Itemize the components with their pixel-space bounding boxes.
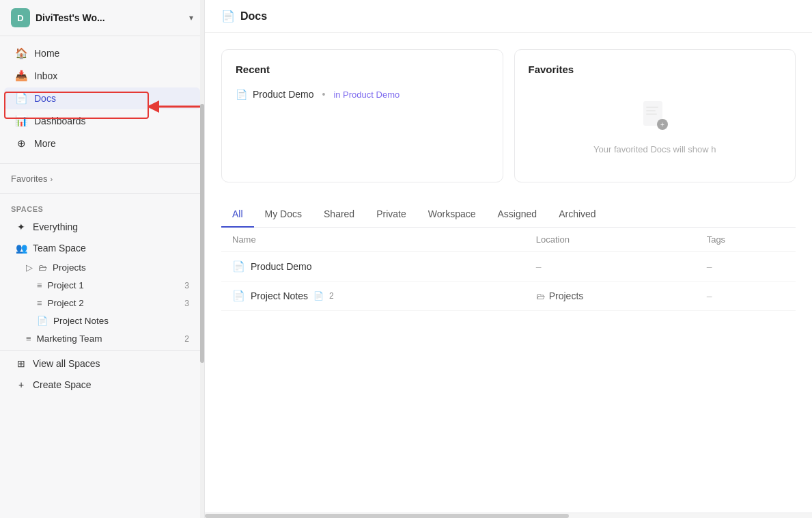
create-space-label: Create Space — [33, 379, 189, 390]
svg-rect-3 — [646, 107, 658, 108]
favorites-card: Favorites + Your favorited Docs — [514, 49, 796, 182]
recent-doc-icon: 📄 — [236, 89, 247, 100]
location-cell: 🗁 Projects — [536, 290, 685, 301]
sidebar-item-view-all-spaces[interactable]: ⊞ View all Spaces — [4, 353, 200, 374]
svg-rect-5 — [646, 113, 657, 115]
recent-item-product-demo[interactable]: 📄 Product Demo • in Product Demo — [236, 85, 489, 104]
doc-file-icon-2: 📄 — [232, 290, 245, 302]
main-content: 📄 Docs Recent 📄 Product Demo • in Produc… — [205, 0, 812, 518]
marketing-team-label: Marketing Team — [37, 333, 180, 344]
favorites-label[interactable]: Favorites › — [0, 169, 204, 188]
inbox-icon: 📥 — [15, 70, 27, 82]
tab-shared[interactable]: Shared — [313, 202, 365, 228]
doc-name-2: Project Notes — [251, 290, 308, 301]
chevron-down-icon: ▾ — [189, 13, 193, 23]
sub-doc-count: 2 — [329, 291, 334, 301]
sidebar-item-label: More — [34, 138, 56, 149]
horizontal-scrollbar[interactable] — [205, 513, 812, 518]
divider — [0, 163, 204, 164]
table-row[interactable]: 📄 Project Notes 📄 2 🗁 Projects – — [221, 282, 796, 311]
recent-card: Recent 📄 Product Demo • in Product Demo — [221, 49, 503, 182]
chevron-right-icon: › — [50, 175, 53, 183]
tab-archived[interactable]: Archived — [548, 202, 606, 228]
sidebar-item-label: Home — [34, 48, 59, 59]
col-location: Location — [525, 228, 696, 252]
tab-workspace[interactable]: Workspace — [417, 202, 487, 228]
sub-doc-icon: 📄 — [313, 291, 324, 301]
tab-private[interactable]: Private — [365, 202, 417, 228]
doc-name-cell: 📄 Product Demo — [232, 260, 514, 273]
folder-open-icon: ▷ — [26, 262, 33, 273]
project2-label: Project 2 — [48, 298, 180, 308]
tags-dash: – — [707, 261, 712, 272]
favorites-title: Favorites — [529, 64, 782, 75]
projects-label: Projects — [53, 262, 189, 273]
sidebar-item-dashboards[interactable]: 📊 Dashboards — [4, 110, 200, 132]
sidebar-item-everything[interactable]: ✦ Everything — [4, 217, 200, 237]
doc-name-cell-2: 📄 Project Notes 📄 2 — [232, 290, 514, 302]
divider-2 — [0, 193, 204, 194]
doc-icon: 📄 — [37, 316, 48, 326]
view-all-spaces-label: View all Spaces — [33, 358, 189, 369]
table-row[interactable]: 📄 Product Demo – – — [221, 252, 796, 282]
everything-label: Everything — [33, 221, 189, 232]
list-icon: ≡ — [37, 280, 42, 290]
col-name: Name — [221, 228, 525, 252]
sidebar-item-projects[interactable]: ▷ 🗁 Projects ··· + — [4, 259, 200, 276]
sidebar-item-marketing-team[interactable]: ≡ Marketing Team 2 — [4, 330, 200, 347]
sidebar-item-more[interactable]: ⊕ More — [4, 133, 200, 154]
sidebar-item-inbox[interactable]: 📥 Inbox — [4, 65, 200, 87]
plus-icon: + — [15, 379, 27, 391]
sidebar-item-label: Dashboards — [34, 115, 86, 126]
favorites-section: Favorites › — [0, 167, 204, 191]
page-icon: 📄 — [221, 10, 235, 23]
dashboards-icon: 📊 — [15, 115, 27, 127]
favorites-empty-text: Your favorited Docs will show h — [593, 144, 716, 154]
docs-table: Name Location Tags 📄 Product Demo – – — [221, 228, 796, 311]
sidebar-item-project2[interactable]: ≡ Project 2 3 — [4, 295, 200, 312]
team-space-label: Team Space — [33, 243, 189, 254]
tab-assigned[interactable]: Assigned — [487, 202, 548, 228]
tab-all[interactable]: All — [221, 202, 254, 228]
sidebar-item-docs[interactable]: 📄 Docs — [4, 87, 200, 109]
list-icon-2: ≡ — [37, 298, 42, 308]
spaces-section-label: Spaces — [0, 200, 204, 216]
doc-name: Product Demo — [251, 261, 311, 272]
location-dash: – — [536, 261, 542, 272]
project1-count: 3 — [184, 281, 189, 290]
folder-location-icon: 🗁 — [536, 291, 545, 301]
list-icon-3: ≡ — [26, 333, 31, 344]
project2-count: 3 — [184, 299, 189, 308]
svg-rect-4 — [646, 110, 656, 111]
marketing-team-count: 2 — [184, 334, 189, 344]
workspace-name: DiviTest's Wo... — [36, 12, 184, 23]
team-icon: 👥 — [15, 242, 27, 254]
more-icon: ⊕ — [15, 137, 27, 150]
doc-file-icon: 📄 — [232, 260, 245, 273]
recent-title: Recent — [236, 64, 489, 75]
sidebar-nav: 🏠 Home 📥 Inbox 📄 Docs 📊 Dashboards ⊕ Mor… — [0, 36, 204, 161]
scrollbar-track — [200, 0, 204, 518]
sidebar-item-label: Docs — [34, 93, 56, 104]
workspace-header[interactable]: D DiviTest's Wo... ▾ — [0, 0, 204, 36]
sidebar-item-create-space[interactable]: + Create Space — [4, 374, 200, 395]
recent-doc-name: Product Demo — [253, 89, 313, 100]
sidebar-item-team-space[interactable]: 👥 Team Space ··· + — [4, 238, 200, 258]
sidebar-item-project-notes[interactable]: 📄 Project Notes — [4, 312, 200, 329]
content-area: Recent 📄 Product Demo • in Product Demo … — [205, 33, 812, 513]
sidebar: D DiviTest's Wo... ▾ 🏠 Home 📥 Inbox 📄 Do… — [0, 0, 205, 518]
page-title: Docs — [240, 10, 267, 23]
docs-icon: 📄 — [15, 92, 27, 105]
top-bar: 📄 Docs — [205, 0, 812, 33]
docs-tabs: All My Docs Shared Private Workspace Ass… — [221, 202, 796, 228]
home-icon: 🏠 — [15, 47, 27, 59]
location-text: Projects — [549, 290, 584, 301]
grid-icon: ⊞ — [15, 357, 27, 370]
workspace-avatar: D — [11, 8, 30, 27]
sidebar-item-label: Inbox — [34, 70, 57, 81]
folder-icon: 🗁 — [38, 262, 47, 273]
tab-my-docs[interactable]: My Docs — [254, 202, 313, 228]
scrollbar-thumb-h — [205, 514, 569, 518]
sidebar-item-home[interactable]: 🏠 Home — [4, 42, 200, 64]
sidebar-item-project1[interactable]: ≡ Project 1 3 — [4, 277, 200, 294]
